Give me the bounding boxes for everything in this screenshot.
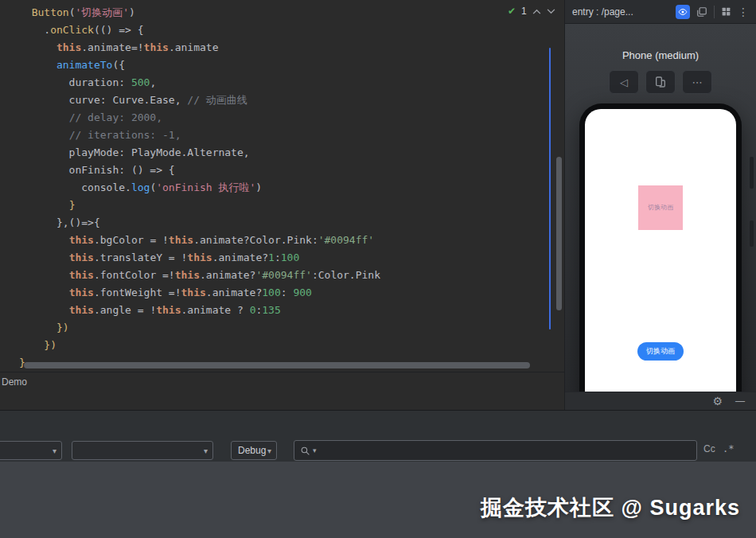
previewer-header: entry : /page... ⋮ (565, 0, 756, 24)
search-icon (300, 446, 310, 456)
prev-issue-chevron-icon[interactable] (532, 9, 541, 14)
code-line[interactable]: this.angle = !this.animate ? 0:135 (0, 302, 380, 319)
chevron-down-icon: ▾ (53, 446, 61, 455)
code-line[interactable]: this.translateY = !this.animate?1:100 (0, 249, 380, 267)
previewer-page-title: entry : /page... (572, 6, 669, 18)
regex-toggle[interactable]: .* (723, 443, 734, 454)
module-dropdown[interactable]: ▾ (72, 441, 213, 460)
change-marker-stripe (549, 48, 551, 329)
debug-mode-dropdown[interactable]: Debug ▾ (231, 441, 277, 460)
editor-horizontal-scrollbar[interactable] (24, 362, 530, 368)
more-options-button[interactable]: ⋯ (682, 70, 712, 94)
code-line[interactable]: console.log('onFinish 执行啦') (0, 179, 380, 197)
code-line[interactable]: this.animate=!this.animate (0, 39, 380, 57)
watermark: 掘金技术社区 @ Sugarks (481, 493, 740, 522)
tab-demo[interactable]: Demo (0, 376, 32, 388)
code-line[interactable]: onFinish: () => { (0, 162, 380, 179)
left-dropdown[interactable]: ▾ (0, 441, 62, 460)
back-triangle-icon: ◁ (620, 76, 628, 88)
animated-square: 切换动画 (638, 185, 683, 230)
back-button[interactable]: ◁ (609, 70, 639, 94)
preview-toolbar: ◁ ⋯ (565, 70, 756, 94)
header-separator (714, 6, 715, 18)
device-screen[interactable]: 切换动画 切换动画 (585, 109, 736, 392)
next-issue-chevron-icon[interactable] (547, 9, 555, 14)
inspect-toggle[interactable] (676, 5, 690, 19)
tool-window-bar: Demo (0, 372, 564, 391)
settings-gear-icon[interactable]: ⚙ (712, 395, 723, 407)
code-line[interactable]: },()=>{ (0, 214, 380, 232)
device-label: Phone (medium) (565, 49, 756, 61)
preview-canvas: Phone (medium) ◁ ⋯ 切换动画 切换动画 (565, 24, 756, 392)
preview-scroll-mark (750, 220, 754, 247)
chevron-down-icon: ▾ (267, 446, 276, 455)
search-input[interactable] (319, 440, 696, 461)
debug-dropdown-label: Debug (238, 445, 266, 456)
previewer-footer: ⚙ — (565, 392, 756, 410)
ellipsis-icon: ⋯ (692, 76, 703, 88)
code-line[interactable]: }) (0, 337, 380, 354)
code-area[interactable]: Button('切换动画') .onClick(() => { this.ani… (0, 4, 380, 372)
code-line[interactable]: // iterations: -1, (0, 127, 380, 144)
inspections-widget[interactable]: ✔ 1 (508, 6, 555, 17)
more-menu-icon[interactable]: ⋮ (738, 6, 749, 18)
rotate-icon (654, 76, 667, 88)
code-line[interactable]: this.fontColor =!this.animate?'#0094ff':… (0, 267, 380, 284)
search-field-container: ▾ (294, 440, 697, 461)
code-line[interactable]: .onClick(() => { (0, 21, 380, 39)
console-area: 掘金技术社区 @ Sugarks (0, 462, 756, 538)
square-label: 切换动画 (647, 204, 674, 212)
debug-toolbar: ▾ ▾ Debug ▾ ▾ Cc .* (0, 410, 756, 462)
editor-vertical-scrollbar[interactable] (556, 157, 562, 310)
code-line[interactable]: animateTo({ (0, 57, 380, 74)
code-line[interactable]: playMode: PlayMode.Alternate, (0, 144, 380, 162)
rotate-device-button[interactable] (645, 70, 676, 94)
inspection-check-icon[interactable]: ✔ (508, 6, 516, 17)
code-line[interactable]: this.bgColor = !this.animate?Color.Pink:… (0, 232, 380, 249)
inspection-count: 1 (521, 6, 527, 17)
chevron-down-icon: ▾ (204, 446, 212, 455)
grid-view-icon[interactable] (721, 6, 731, 17)
code-line[interactable]: }) (0, 319, 380, 337)
code-line[interactable]: this.fontWeight =!this.animate?100: 900 (0, 284, 380, 302)
device-frame: 切换动画 切换动画 (579, 103, 742, 392)
toggle-animation-button[interactable]: 切换动画 (637, 342, 684, 361)
minimize-icon[interactable]: — (735, 396, 745, 406)
search-history-chevron-icon[interactable]: ▾ (313, 446, 317, 454)
code-line[interactable]: } (0, 197, 380, 214)
code-editor[interactable]: Button('切换动画') .onClick(() => { this.ani… (0, 0, 565, 410)
layers-icon[interactable] (696, 6, 707, 18)
code-line[interactable]: // delay: 2000, (0, 109, 380, 127)
code-line[interactable]: duration: 500, (0, 74, 380, 92)
previewer-panel: entry : /page... ⋮ Phone (medium) ◁ (565, 0, 756, 410)
preview-scroll-mark (750, 157, 754, 189)
match-case-toggle[interactable]: Cc (703, 443, 715, 454)
ide-window: Button('切换动画') .onClick(() => { this.ani… (0, 0, 756, 538)
code-line[interactable]: curve: Curve.Ease, // 动画曲线 (0, 92, 380, 109)
eye-icon (678, 7, 688, 17)
code-line[interactable]: Button('切换动画') (0, 4, 380, 21)
